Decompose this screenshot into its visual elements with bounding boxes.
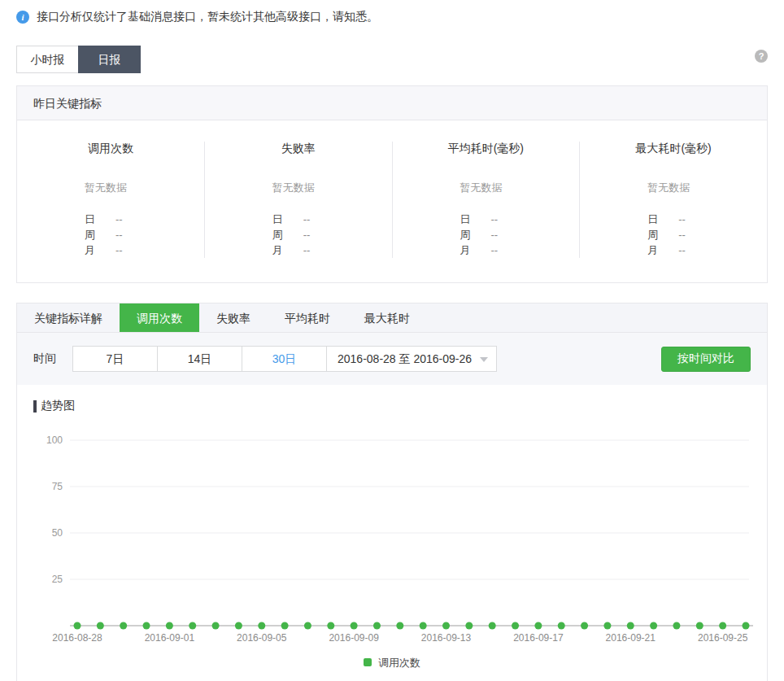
metric-period-value: -- bbox=[678, 227, 686, 242]
date-range-select[interactable]: 2016-08-28 至 2016-09-26 bbox=[326, 346, 497, 372]
metric-values-block: 暂无数据日--周--月-- bbox=[647, 181, 699, 258]
metric-period-value: -- bbox=[303, 242, 311, 258]
range-button-7日[interactable]: 7日 bbox=[72, 346, 158, 372]
metric-period-row: 月-- bbox=[272, 242, 324, 258]
data-point bbox=[743, 622, 750, 630]
metric-column: 平均耗时(毫秒)暂无数据日--周--月-- bbox=[392, 142, 580, 258]
time-filter-label: 时间 bbox=[33, 351, 56, 366]
metric-values-block: 暂无数据日--周--月-- bbox=[85, 181, 137, 258]
data-point bbox=[534, 622, 542, 630]
metric-tab-调用次数[interactable]: 调用次数 bbox=[120, 303, 199, 332]
data-point bbox=[512, 622, 519, 630]
metric-period-row: 月-- bbox=[647, 242, 699, 258]
metric-tab-关键指标详解[interactable]: 关键指标详解 bbox=[17, 303, 120, 332]
data-point bbox=[351, 622, 358, 630]
range-button-30日[interactable]: 30日 bbox=[242, 346, 327, 372]
chevron-down-icon bbox=[480, 357, 488, 362]
x-axis-tick-label: 2016-08-28 bbox=[52, 632, 102, 644]
range-button-group: 7日14日30日 bbox=[72, 346, 327, 372]
metric-name: 失败率 bbox=[205, 142, 392, 156]
data-point bbox=[212, 622, 220, 630]
data-point bbox=[120, 622, 127, 630]
x-axis-tick-label: 2016-09-09 bbox=[329, 632, 379, 644]
metric-empty-text: 暂无数据 bbox=[647, 181, 699, 195]
metric-period-label: 月 bbox=[272, 242, 303, 258]
data-point bbox=[442, 622, 450, 630]
metric-period-label: 周 bbox=[460, 227, 490, 242]
data-point bbox=[189, 622, 196, 630]
data-point bbox=[373, 622, 381, 630]
x-axis-tick-label: 2016-09-17 bbox=[513, 632, 564, 644]
data-point bbox=[74, 622, 81, 630]
data-point bbox=[143, 622, 150, 630]
chart-title: 趋势图 bbox=[33, 399, 767, 413]
metric-period-row: 月-- bbox=[460, 242, 512, 258]
data-point bbox=[465, 622, 473, 630]
metric-name: 最大耗时(毫秒) bbox=[580, 142, 767, 156]
help-icon[interactable]: ? bbox=[755, 50, 768, 63]
metric-period-row: 周-- bbox=[272, 227, 324, 242]
data-point bbox=[396, 622, 403, 630]
metric-tab-平均耗时[interactable]: 平均耗时 bbox=[268, 303, 347, 332]
report-tab-小时报[interactable]: 小时报 bbox=[16, 46, 79, 73]
data-point bbox=[166, 622, 173, 630]
metric-values-block: 暂无数据日--周--月-- bbox=[272, 181, 324, 258]
data-point bbox=[420, 622, 427, 630]
metric-period-value: -- bbox=[303, 227, 311, 242]
metric-period-label: 周 bbox=[647, 227, 678, 242]
metric-period-value: -- bbox=[490, 212, 498, 227]
trend-chart-section: 趋势图 1007550252016-08-282016-09-012016-09… bbox=[17, 385, 767, 681]
metric-period-value: -- bbox=[303, 212, 311, 227]
metric-column: 失败率暂无数据日--周--月-- bbox=[204, 142, 392, 258]
interface-analysis-page: i 接口分析仅统计了基础消息接口，暂未统计其他高级接口，请知悉。 小时报日报 ?… bbox=[0, 0, 784, 681]
date-range-value: 2016-08-28 至 2016-09-26 bbox=[338, 352, 472, 365]
detail-panel: 关键指标详解调用次数失败率平均耗时最大耗时 时间 7日14日30日 2016-0… bbox=[16, 303, 768, 681]
data-point bbox=[719, 622, 726, 630]
x-axis-tick-label: 2016-09-13 bbox=[421, 632, 472, 644]
data-point bbox=[627, 622, 634, 630]
y-axis-tick-label: 75 bbox=[52, 481, 63, 492]
metric-name: 调用次数 bbox=[17, 142, 204, 156]
legend-swatch-icon bbox=[364, 658, 372, 666]
metric-period-row: 周-- bbox=[460, 227, 512, 242]
metric-period-label: 日 bbox=[272, 212, 303, 227]
report-type-row: 小时报日报 ? bbox=[16, 46, 768, 73]
metric-period-row: 日-- bbox=[647, 212, 699, 227]
report-type-tabs: 小时报日报 bbox=[16, 46, 141, 73]
report-tab-日报[interactable]: 日报 bbox=[78, 46, 141, 73]
y-axis-tick-label: 25 bbox=[52, 574, 63, 585]
compare-by-time-button[interactable]: 按时间对比 bbox=[661, 347, 751, 372]
metric-period-value: -- bbox=[678, 212, 686, 227]
metric-column: 调用次数暂无数据日--周--月-- bbox=[17, 142, 204, 258]
data-point bbox=[97, 622, 104, 630]
metrics-row: 调用次数暂无数据日--周--月--失败率暂无数据日--周--月--平均耗时(毫秒… bbox=[17, 120, 767, 282]
metric-period-value: -- bbox=[115, 212, 123, 227]
metric-period-label: 月 bbox=[460, 242, 490, 258]
x-axis-tick-label: 2016-09-21 bbox=[606, 632, 656, 644]
metric-tab-最大耗时[interactable]: 最大耗时 bbox=[347, 303, 427, 332]
time-filter-row: 时间 7日14日30日 2016-08-28 至 2016-09-26 按时间对… bbox=[17, 333, 767, 385]
metric-period-label: 周 bbox=[272, 227, 303, 242]
metric-empty-text: 暂无数据 bbox=[272, 181, 324, 195]
data-point bbox=[258, 622, 265, 630]
metric-period-row: 日-- bbox=[85, 212, 137, 227]
range-button-14日[interactable]: 14日 bbox=[157, 346, 242, 372]
data-point bbox=[235, 622, 242, 630]
title-accent-bar bbox=[33, 400, 37, 413]
data-point bbox=[304, 622, 311, 630]
metric-tab-失败率[interactable]: 失败率 bbox=[199, 303, 268, 332]
metric-period-row: 周-- bbox=[85, 227, 137, 242]
metric-period-value: -- bbox=[490, 242, 498, 258]
metric-column: 最大耗时(毫秒)暂无数据日--周--月-- bbox=[579, 142, 767, 258]
data-point bbox=[489, 622, 496, 630]
metric-empty-text: 暂无数据 bbox=[460, 181, 512, 195]
notice-bar: i 接口分析仅统计了基础消息接口，暂未统计其他高级接口，请知悉。 bbox=[0, 0, 784, 24]
data-point bbox=[650, 622, 657, 630]
data-point bbox=[281, 622, 289, 630]
metric-period-label: 日 bbox=[647, 212, 678, 227]
x-axis-tick-label: 2016-09-01 bbox=[145, 632, 195, 644]
metric-period-row: 周-- bbox=[647, 227, 699, 242]
metric-period-row: 月-- bbox=[85, 242, 137, 258]
metric-period-row: 日-- bbox=[272, 212, 324, 227]
notice-text: 接口分析仅统计了基础消息接口，暂未统计其他高级接口，请知悉。 bbox=[37, 10, 378, 24]
